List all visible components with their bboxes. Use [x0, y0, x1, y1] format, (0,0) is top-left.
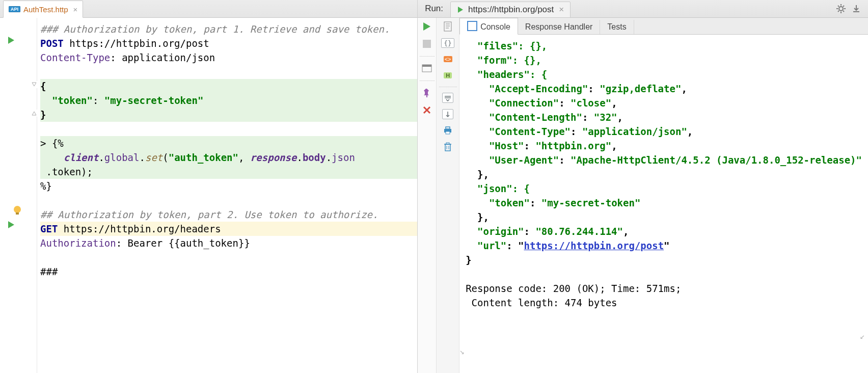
svg-marker-5	[8, 221, 14, 228]
console-toolbar: {} <> H	[437, 18, 459, 373]
script-open: > {%	[40, 138, 64, 149]
editor-body[interactable]: ### Authorization by token, part 1. Retr…	[0, 18, 417, 373]
tab-tests[interactable]: Tests	[600, 20, 634, 34]
tab-filename: AuthTest.http	[23, 5, 68, 14]
intention-bulb-icon[interactable]	[12, 205, 22, 216]
response-url-link[interactable]: https://httpbin.org/post	[524, 240, 664, 251]
svg-line-14	[843, 6, 844, 7]
scroll-to-start-icon[interactable]	[441, 109, 455, 120]
svg-rect-18	[422, 65, 431, 67]
json-sep: :	[93, 95, 104, 106]
comma: ,	[238, 152, 250, 163]
gear-icon[interactable]	[836, 4, 846, 13]
json-key: "origin"	[466, 226, 524, 237]
svg-rect-33	[446, 143, 449, 144]
http-header-value: : Bearer {{auth_token}}	[116, 237, 250, 249]
print-icon[interactable]	[441, 125, 455, 136]
json-line: "files": {},	[466, 40, 547, 51]
js-global: global	[104, 152, 140, 163]
json-key: "User-Agent"	[466, 154, 559, 166]
comment-post: Authorization by token, part 2. Use toke…	[52, 209, 378, 220]
pin-icon[interactable]	[420, 87, 434, 98]
softwrap-icon: ↙	[860, 329, 865, 343]
svg-rect-4	[16, 212, 19, 215]
json-val: "httpbin.org"	[535, 140, 611, 151]
svg-marker-1	[32, 83, 36, 86]
http-header-name: Authorization	[40, 237, 116, 249]
json-val: "my-secret-token"	[541, 197, 640, 208]
svg-marker-6	[458, 7, 463, 13]
json-value: "my-secret-token"	[104, 95, 203, 106]
svg-marker-16	[423, 22, 430, 31]
separator	[439, 86, 457, 87]
json-format-icon[interactable]: {}	[441, 37, 455, 48]
run-tool-window: Run: https://httpbin.org/post ×	[418, 0, 868, 373]
layout-icon[interactable]	[420, 63, 434, 74]
json-val: "32"	[594, 112, 617, 123]
json-key: "token"	[52, 95, 93, 106]
fold-close-icon[interactable]	[31, 110, 38, 117]
http-url: https://httpbin.org/post	[64, 38, 209, 49]
run-body: {} <> H Console Response Handler Tests "…	[418, 18, 868, 373]
headers-icon[interactable]: H	[441, 70, 455, 81]
dot: .	[98, 152, 104, 163]
close-icon[interactable]: ×	[73, 5, 78, 14]
text-icon[interactable]	[441, 21, 455, 32]
svg-rect-28	[446, 131, 450, 134]
run-request-icon[interactable]	[7, 36, 15, 44]
rerun-icon[interactable]	[420, 21, 434, 32]
run-header-tools	[836, 4, 868, 13]
scroll-to-end-icon[interactable]	[441, 92, 455, 103]
end-marker: ###	[40, 266, 58, 277]
editor-tab-authtest[interactable]: API AuthTest.http ×	[3, 1, 83, 18]
json-line: "headers": {	[466, 69, 547, 80]
play-icon	[457, 6, 464, 13]
json-val: "close"	[571, 97, 611, 109]
json-val: "application/json"	[582, 126, 687, 137]
close-session-icon[interactable]	[420, 104, 434, 116]
http-method: POST	[40, 38, 64, 49]
tab-label: Console	[480, 22, 510, 31]
trash-icon[interactable]	[441, 141, 455, 152]
run-request-icon[interactable]	[7, 221, 15, 229]
js-response: response	[250, 152, 297, 163]
console-icon	[467, 21, 477, 31]
code-text[interactable]: ### Authorization by token, part 1. Retr…	[37, 18, 417, 373]
run-header: Run: https://httpbin.org/post ×	[418, 0, 868, 18]
run-config-tab[interactable]: https://httpbin.org/post ×	[450, 2, 571, 18]
svg-marker-2	[32, 112, 36, 115]
close-icon[interactable]: ×	[559, 5, 564, 15]
dot: .	[140, 152, 145, 163]
run-label: Run:	[418, 4, 450, 14]
tab-response-handler[interactable]: Response Handler	[518, 20, 601, 34]
paren: (	[162, 152, 168, 163]
json-close: }	[466, 254, 471, 265]
editor-tab-bar: API AuthTest.http ×	[0, 0, 417, 18]
separator	[420, 80, 435, 81]
http-url: https://httpbin.org/headers	[58, 223, 221, 234]
svg-point-7	[839, 7, 843, 11]
js-json: json	[332, 152, 355, 163]
svg-line-13	[843, 11, 844, 12]
json-key: "Host"	[466, 140, 524, 151]
tab-label: Tests	[607, 22, 626, 31]
api-icon: API	[9, 6, 20, 12]
js-body: body	[303, 152, 326, 163]
tab-console[interactable]: Console	[459, 18, 518, 35]
code-comment: ### Authorization by token, part 1. Retr…	[40, 23, 390, 35]
svg-rect-27	[446, 127, 450, 129]
http-header-name: Content-Type	[40, 52, 110, 63]
json-key: "Content-Length"	[466, 112, 582, 123]
json-key: "Accept-Encoding"	[466, 83, 588, 94]
fold-open-icon[interactable]	[31, 81, 38, 88]
console-output[interactable]: "files": {}, "form": {}, "headers": { "A…	[459, 35, 868, 373]
json-line: },	[466, 211, 489, 223]
svg-line-15	[838, 11, 839, 12]
svg-point-3	[14, 206, 21, 213]
stop-icon[interactable]	[420, 38, 434, 49]
script-close: %}	[40, 180, 52, 192]
json-line: "json": {	[466, 183, 530, 194]
html-icon[interactable]: <>	[441, 54, 455, 65]
svg-line-12	[838, 6, 839, 7]
download-icon[interactable]	[852, 4, 861, 13]
